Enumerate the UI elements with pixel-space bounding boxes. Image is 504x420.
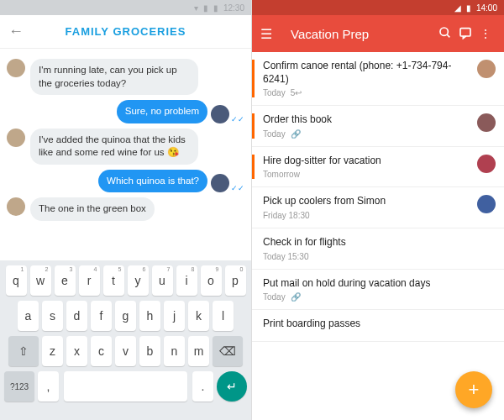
chat-title: FAMILY GROCERIES xyxy=(29,25,223,38)
list-title: Vacation Prep xyxy=(281,27,435,41)
svg-point-0 xyxy=(440,28,448,35)
task-meta: Today 15:30 xyxy=(263,252,496,261)
chat-icon[interactable] xyxy=(455,26,475,42)
attachment-icon: 🔗 xyxy=(291,292,301,302)
key-b[interactable]: b xyxy=(139,336,160,366)
key-z[interactable]: z xyxy=(42,336,63,366)
key-c[interactable]: c xyxy=(91,336,112,366)
avatar[interactable] xyxy=(211,174,229,192)
message-bubble[interactable]: Which quinoa is that? xyxy=(98,170,207,193)
task-row[interactable]: Check in for flights Today 15:30 xyxy=(252,228,504,270)
backspace-key[interactable]: ⌫ xyxy=(213,336,243,366)
key-i[interactable]: i8 xyxy=(176,265,197,296)
key-a[interactable]: a xyxy=(18,301,39,331)
chat-pane: ▾ ▮ ▮ 12:30 ← FAMILY GROCERIES I'm runni… xyxy=(0,0,252,420)
assignee-avatar[interactable] xyxy=(477,155,496,173)
symbols-key[interactable]: ?123 xyxy=(4,371,34,402)
message-out: Which quinoa is that? ✓✓ xyxy=(7,170,244,193)
task-row[interactable]: Hire dog-sitter for vacation Tomorrow xyxy=(252,147,504,188)
task-title: Order this book xyxy=(263,113,472,127)
priority-bar xyxy=(252,277,255,302)
task-title: Pick up coolers from Simon xyxy=(263,195,472,208)
key-v[interactable]: v xyxy=(115,336,136,366)
key-p[interactable]: p0 xyxy=(225,265,246,296)
message-bubble[interactable]: The one in the green box xyxy=(30,197,155,221)
chat-header: ← FAMILY GROCERIES xyxy=(0,15,251,49)
key-u[interactable]: u7 xyxy=(152,265,173,296)
status-bar-right: ◢ ▮ 14:00 xyxy=(252,0,504,15)
message-in: I've added the quinoa that the kids like… xyxy=(7,129,244,165)
task-row[interactable]: Put mail on hold during vacation days To… xyxy=(252,270,504,311)
key-s[interactable]: s xyxy=(42,301,63,331)
signal-icon: ◢ xyxy=(454,3,461,13)
search-icon[interactable] xyxy=(435,26,455,42)
battery-icon: ▮ xyxy=(466,3,471,13)
svg-line-1 xyxy=(447,34,449,37)
attachment-icon: 🔗 xyxy=(291,129,301,139)
task-title: Confirm canoe rental (phone: +1-734-794-… xyxy=(263,60,472,86)
todo-pane: ◢ ▮ 14:00 ☰ Vacation Prep ⋮ Confirm cano… xyxy=(252,0,504,420)
task-list[interactable]: Confirm canoe rental (phone: +1-734-794-… xyxy=(252,52,504,420)
back-button[interactable]: ← xyxy=(8,23,29,40)
svg-rect-2 xyxy=(460,28,470,35)
wifi-icon: ▾ xyxy=(194,3,198,13)
enter-key[interactable]: ↵ xyxy=(217,371,247,402)
task-row[interactable]: Pick up coolers from Simon Friday 18:30 xyxy=(252,187,504,228)
key-l[interactable]: l xyxy=(213,301,234,331)
read-ticks-icon: ✓✓ xyxy=(231,184,244,192)
task-meta: Tomorrow xyxy=(263,170,472,179)
key-o[interactable]: o9 xyxy=(201,265,222,296)
comma-key[interactable]: , xyxy=(38,371,59,402)
task-row[interactable]: Order this book Today🔗 xyxy=(252,106,504,147)
avatar[interactable] xyxy=(7,129,25,147)
avatar[interactable] xyxy=(7,197,25,216)
status-time: 12:30 xyxy=(223,3,244,13)
task-meta: Friday 18:30 xyxy=(263,211,472,220)
message-bubble[interactable]: I'm running late, can you pick up the gr… xyxy=(30,59,198,95)
key-n[interactable]: n xyxy=(164,336,185,366)
status-bar-left: ▾ ▮ ▮ 12:30 xyxy=(0,0,251,15)
key-r[interactable]: r4 xyxy=(79,265,100,296)
key-d[interactable]: d xyxy=(66,301,87,331)
signal-icon: ▮ xyxy=(203,3,208,13)
key-e[interactable]: e3 xyxy=(55,265,76,296)
key-g[interactable]: g xyxy=(115,301,136,331)
menu-button[interactable]: ☰ xyxy=(260,26,281,42)
task-extra: 5↩ xyxy=(291,88,302,97)
task-title: Put mail on hold during vacation days xyxy=(263,277,496,291)
period-key[interactable]: . xyxy=(192,371,213,402)
key-f[interactable]: f xyxy=(91,301,112,331)
priority-bar xyxy=(252,60,255,97)
assignee-avatar[interactable] xyxy=(477,113,496,132)
shift-key[interactable]: ⇧ xyxy=(8,336,39,366)
message-bubble[interactable]: Sure, no problem xyxy=(117,100,207,123)
key-w[interactable]: w2 xyxy=(30,265,51,296)
task-row[interactable]: Print boarding passes xyxy=(252,310,504,342)
avatar[interactable] xyxy=(7,59,25,77)
add-task-fab[interactable]: + xyxy=(455,371,492,408)
task-row[interactable]: Confirm canoe rental (phone: +1-734-794-… xyxy=(252,52,504,106)
message-bubble[interactable]: I've added the quinoa that the kids like… xyxy=(30,129,198,165)
key-q[interactable]: q1 xyxy=(6,265,27,296)
avatar[interactable] xyxy=(211,105,229,123)
assignee-avatar[interactable] xyxy=(477,60,496,78)
priority-bar xyxy=(252,113,255,139)
task-meta: Today5↩ xyxy=(263,88,472,97)
key-m[interactable]: m xyxy=(188,336,209,366)
space-key[interactable] xyxy=(64,371,187,402)
more-icon[interactable]: ⋮ xyxy=(475,27,496,40)
key-x[interactable]: x xyxy=(66,336,87,366)
key-y[interactable]: y6 xyxy=(128,265,149,296)
task-title: Hire dog-sitter for vacation xyxy=(263,155,472,168)
priority-bar xyxy=(252,318,255,333)
chat-body: I'm running late, can you pick up the gr… xyxy=(0,49,251,260)
key-h[interactable]: h xyxy=(139,301,160,331)
message-out: Sure, no problem ✓✓ xyxy=(7,100,244,123)
key-k[interactable]: k xyxy=(188,301,209,331)
key-t[interactable]: t5 xyxy=(103,265,124,296)
message-in: I'm running late, can you pick up the gr… xyxy=(7,59,244,95)
task-meta: Today🔗 xyxy=(263,129,472,139)
assignee-avatar[interactable] xyxy=(477,195,496,213)
read-ticks-icon: ✓✓ xyxy=(231,115,244,123)
key-j[interactable]: j xyxy=(164,301,185,331)
